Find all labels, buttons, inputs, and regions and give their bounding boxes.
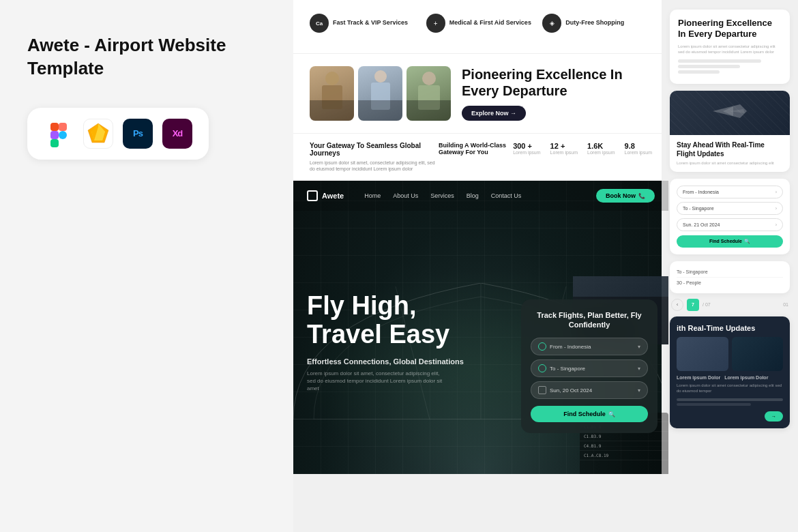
rp-dark-labels: Lorem ipsum Dolor Lorem ipsum Dolor [677,375,783,380]
mockup-navbar: Awete Home About Us Services Blog Contac… [293,181,668,211]
rp-realtime-image [670,91,790,135]
rp-hero-heading: Pioneering Excellence In Every Departure [678,18,782,39]
rp-dark-sub2: Lorem ipsum Dolor [724,375,768,380]
flight-search-title: Track Flights, Plan Better, Fly Confiden… [531,310,648,330]
to-field-left: To - Singapore [538,364,585,372]
date-chevron-icon: ▾ [638,387,640,394]
sched-row-people: 30 - People [677,278,783,288]
from-field-left: From - Indonesia [538,342,591,351]
rp-search-widget: From - Indonesia › To - Singapore › Sun.… [670,179,790,254]
to-location-icon [538,364,546,372]
nav-about[interactable]: About Us [393,192,418,199]
hero-main-headline: Fly High, Travel Easy [307,292,464,349]
service-card-dutyfree: ◈ Duty-Free Shopping [542,14,652,33]
hero-image-2 [358,66,402,121]
sketch-icon[interactable] [83,119,113,149]
nav-home[interactable]: Home [364,192,381,199]
to-field[interactable]: To - Singapore ▾ [531,359,648,377]
stat-12: 12 + Lorem ipsum [550,142,578,172]
stats-numbers: 300 + Lorem ipsum 12 + Lorem ipsum 1.6K … [513,142,652,172]
sched-row-to: To - Singapore [677,267,783,278]
adobexd-icon[interactable]: Xd [162,119,192,149]
dutyfree-icon: ◈ [542,14,561,33]
sched-people-label: 30 - People [677,280,701,285]
logo-icon [307,190,318,201]
from-value: From - Indonesia [550,344,591,350]
explore-button[interactable]: Explore Now → [462,106,526,121]
hero-text: Pioneering Excellence In Every Departure… [462,66,652,121]
rp-gray-bar-3 [678,70,720,74]
date-field[interactable]: Sun, 20 Oct 2024 ▾ [531,381,648,399]
fasttrack-label: Fast Track & VIP Services [333,19,408,27]
logo-text: Awete [322,192,344,200]
rp-realtime-card: Stay Ahead With Real-Time Flight Updates… [670,91,790,172]
medical-label: Medical & First Aid Services [449,19,531,27]
photoshop-icon[interactable]: Ps [123,119,153,149]
find-btn-label: Find Schedule [563,411,606,417]
gateway-subtitle: Building A World-ClassGateway For You [439,142,506,156]
rp-find-label: Find Schedule [709,239,742,243]
book-btn-label: Book Now [606,192,636,199]
gateway-info: Your Gateway To Seamless Global Journeys… [310,142,439,172]
total-pages: / 07 [703,302,711,307]
rp-from-label: From - Indonesia [683,190,719,194]
dep-cell: C1.B3.9 [584,434,601,439]
rp-realtime-title: Stay Ahead With Real-Time Flight Updates [677,141,783,158]
nav-links: Home About Us Services Blog Contact Us [364,192,596,199]
dep-row-3: C1.B3.9 [580,432,668,441]
hero-line1: Fly High, [307,291,416,320]
svg-rect-3 [50,131,59,139]
hero-section: Pioneering Excellence In Every Departure… [293,54,668,134]
rp-from-field[interactable]: From - Indonesia › [677,186,783,198]
hero-heading: Pioneering Excellence In Every Departure [462,66,652,99]
svg-rect-2 [59,123,67,131]
rp-dark-img-2 [732,337,784,371]
location-icon [538,342,546,351]
rp-realtime-content: Stay Ahead With Real-Time Flight Updates… [670,135,790,172]
rp-chevron-from: › [775,190,777,194]
mockup-hero-text: Fly High, Travel Easy Effortless Connect… [307,292,464,392]
tool-icons-container: Ps Xd [27,108,209,160]
gateway-title: Your Gateway To Seamless Global Journeys [310,142,439,157]
service-card-medical: + Medical & First Aid Services [426,14,536,33]
rp-realtime-desc: Lorem ipsum dolor sit amet consectetur a… [677,161,783,166]
calendar-icon [538,386,546,394]
dep-row-5: C1.A.C8.19 [580,451,668,460]
rp-chevron-to: › [775,206,777,211]
rp-dark-action: → [677,411,783,422]
rp-dark-title: ith Real-Time Updates [677,323,783,333]
find-schedule-button[interactable]: Find Schedule 🔍 [531,406,648,422]
medical-icon: + [426,14,445,33]
hero-image-1 [310,66,354,121]
flight-search-widget: Track Flights, Plan Better, Fly Confiden… [521,299,657,434]
nav-contact[interactable]: Contact Us [491,192,522,199]
rp-chevron-date: › [775,222,777,227]
nav-blog[interactable]: Blog [467,192,479,199]
main-preview: Ca Fast Track & VIP Services + Medical &… [293,0,668,532]
book-now-button[interactable]: Book Now 📞 [596,189,655,203]
dep-cell: C1.A.C8.19 [584,453,608,458]
to-value: To - Singapore [550,366,585,372]
preview-top-section: Ca Fast Track & VIP Services + Medical &… [293,0,668,54]
from-field[interactable]: From - Indonesia ▾ [531,338,648,355]
service-card-fasttrack: Ca Fast Track & VIP Services [310,14,419,33]
rp-to-field[interactable]: To - Singapore › [677,202,783,215]
rp-hero-card: Pioneering Excellence In Every Departure… [670,10,790,84]
svg-rect-4 [50,139,59,147]
service-cards: Ca Fast Track & VIP Services + Medical &… [310,14,652,33]
nav-services[interactable]: Services [430,192,454,199]
rp-to-label: To - Singapore [683,206,714,211]
rp-dark-img-1 [677,337,728,371]
rp-hero-small: Lorem ipsum dolor sit amet consectetur a… [678,44,782,55]
gateway-desc: Lorem ipsum dolor sit amet, consectetur … [310,160,439,172]
current-page-indicator: 7 [687,299,699,311]
rp-dark-cta-button[interactable]: → [765,411,783,422]
rp-find-button[interactable]: Find Schedule 🔍 [677,235,783,248]
chevron-down-icon: ▾ [638,344,640,350]
figma-icon[interactable] [44,119,74,149]
date-field-left: Sun, 20 Oct 2024 [538,386,592,394]
rp-schedule-rows: To - Singapore 30 - People [670,261,790,293]
prev-page-button[interactable]: ‹ [671,299,683,311]
rp-gray-bar-1 [678,59,761,63]
rp-date-field[interactable]: Sun. 21 Oct 2024 › [677,218,783,231]
